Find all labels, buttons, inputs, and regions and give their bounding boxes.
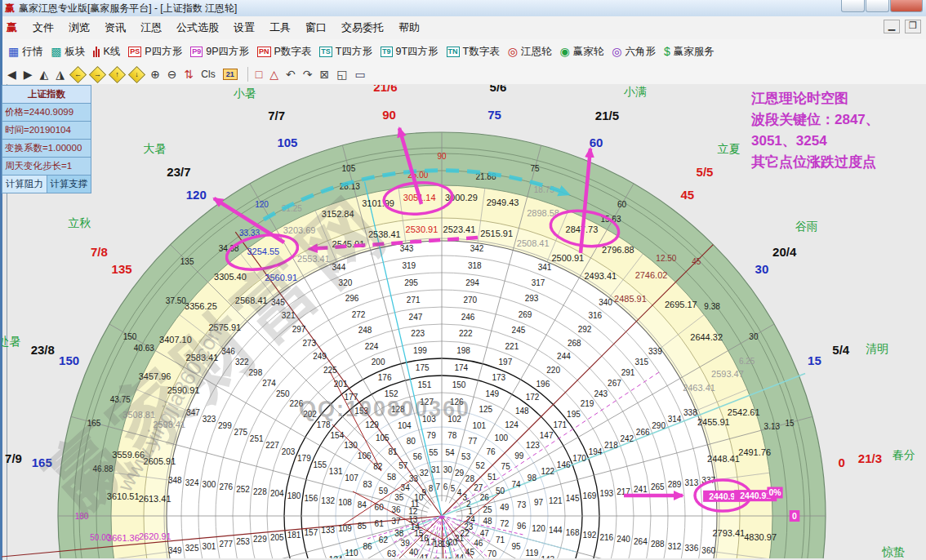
kline-icon [93, 46, 100, 57]
menu-item-5[interactable]: 设置 [226, 19, 262, 36]
menu-item-6[interactable]: 工具 [262, 19, 298, 36]
annotation-line-3: 其它点位涨跌过度点 [751, 152, 879, 173]
gann-annotation-text: 江恩理论时空图波段关键位：2847、3051、3254其它点位涨跌过度点 [751, 88, 879, 173]
service-button-label: 赢家服务 [674, 45, 715, 59]
menu-item-8[interactable]: 交易委托 [334, 19, 391, 36]
mdi-button-1[interactable]: ❒ [905, 20, 921, 33]
application-window: 赢 赢家江恩专业版[赢家服务平台] - [上证指数 江恩轮] 赢 文件浏览资讯江… [0, 0, 926, 560]
sector-button[interactable]: ▩板块 [51, 45, 85, 59]
info-row-2: 变换系数=1.00000 [2, 140, 91, 158]
window-title: 赢家江恩专业版[赢家服务平台] - [上证指数 江恩轮] [19, 2, 237, 16]
p-table-button-icon: PN [257, 47, 271, 57]
t-square-button-icon: TS [319, 47, 332, 57]
winner-wheel-button[interactable]: ◉赢家轮 [559, 45, 603, 59]
pan-down-button[interactable]: ↓ [128, 66, 145, 83]
t-table-button[interactable]: TNT数字表 [447, 45, 500, 59]
rect-tool-button[interactable]: □ [256, 67, 262, 82]
p-table-button-label: P数字表 [274, 45, 312, 59]
index-info-panel: 上证指数 价格=2440.9099时间=20190104变换系数=1.00000… [2, 85, 91, 193]
sector-button-icon: ▩ [51, 46, 61, 57]
t-table-button-label: T数字表 [463, 45, 500, 59]
menu-item-2[interactable]: 资讯 [97, 19, 133, 36]
p-square-button-icon: PS [128, 47, 141, 57]
maximize-button[interactable] [866, 0, 889, 12]
sector-button-label: 板块 [65, 45, 85, 59]
calendar-button[interactable]: 21 [223, 69, 238, 80]
cls-button[interactable]: Cls [201, 67, 215, 82]
separator [247, 67, 248, 82]
mdi-button-0[interactable]: ▁ [884, 20, 900, 33]
drawing-toolbar: ◀▶◭◮←→↑↓⊕⊖⇅Cls21□△↶↷⊠◱▭ [0, 64, 926, 85]
pan-left-button[interactable]: ← [69, 66, 87, 83]
menu-item-0[interactable]: 文件 [25, 19, 61, 36]
triangle-tool-button[interactable]: △ [269, 67, 278, 82]
pan-right-button[interactable]: → [89, 66, 106, 83]
quote-button[interactable]: ▦行情 [8, 45, 42, 59]
hexagon-button-label: 六角形 [625, 45, 656, 59]
info-row-0: 价格=2440.9099 [2, 104, 91, 122]
zoom-out-button[interactable]: ⊖ [167, 67, 177, 82]
step-down-button[interactable]: ◮ [56, 67, 65, 82]
menu-item-1[interactable]: 浏览 [61, 19, 97, 36]
rotate-ccw-button[interactable]: ↶ [286, 67, 296, 82]
index-name: 上证指数 [2, 85, 91, 104]
9t-square-button-label: 9T四方形 [396, 45, 439, 59]
kline-button[interactable]: K线 [93, 45, 120, 59]
info-row-1: 时间=20190104 [2, 122, 91, 140]
window-frame-edge [0, 0, 2, 560]
menu-bar: 赢 文件浏览资讯江恩公式选股设置工具窗口交易委托帮助 [0, 16, 926, 40]
quote-button-label: 行情 [22, 45, 42, 59]
9t-square-button-icon: T9 [381, 47, 393, 57]
menu-item-3[interactable]: 江恩 [133, 19, 169, 36]
main-toolbar: ▦行情▩板块K线PSP四方形P99P四方形PNP数字表TST四方形T99T四方形… [0, 39, 926, 64]
annotation-line-0: 江恩理论时空图 [751, 88, 879, 109]
p-table-button[interactable]: PNP数字表 [257, 45, 311, 59]
service-button-icon: $ [664, 46, 670, 57]
rotate-cw-button[interactable]: ↷ [303, 67, 313, 82]
annotation-line-1: 波段关键位：2847、 [751, 109, 879, 131]
back-arrow-button[interactable]: ◀ [7, 67, 16, 82]
zoom-in-button[interactable]: ⊕ [150, 67, 160, 82]
menu-item-9[interactable]: 帮助 [391, 19, 427, 36]
menu-item-4[interactable]: 公式选股 [169, 19, 226, 36]
calc-resistance-button[interactable]: 计算阻力 [2, 176, 47, 193]
close-button[interactable] [890, 0, 923, 12]
hexagon-button[interactable]: ◎六角形 [612, 45, 656, 59]
forward-arrow-button[interactable]: ▶ [24, 67, 33, 82]
winner-wheel-button-label: 赢家轮 [573, 45, 604, 59]
pan-up-button[interactable]: ↑ [109, 66, 126, 83]
hexagon-button-icon: ◎ [612, 46, 621, 57]
gann-wheel-button-icon: ◎ [508, 46, 518, 57]
service-button[interactable]: $赢家服务 [664, 45, 715, 59]
menu-item-7[interactable]: 窗口 [298, 19, 334, 36]
info-row-3: 周天变化步长=1 [2, 158, 91, 176]
step-up-button[interactable]: ◭ [40, 67, 49, 82]
screen-tool-button[interactable]: ▭ [354, 67, 365, 82]
calc-support-button[interactable]: 计算支撑 [47, 176, 92, 193]
9p-square-button[interactable]: P99P四方形 [190, 45, 249, 59]
menu-logo-icon: 赢 [7, 20, 17, 35]
9p-square-button-icon: P9 [190, 47, 203, 57]
kline-button-label: K线 [103, 45, 120, 59]
winner-wheel-button-icon: ◉ [559, 46, 569, 57]
updown-marker-button[interactable]: ⇅ [185, 67, 194, 82]
minimize-button[interactable] [841, 0, 865, 12]
gann-wheel-button-label: 江恩轮 [521, 45, 552, 59]
quote-button-icon: ▦ [8, 46, 19, 57]
app-logo-icon: 赢 [5, 2, 15, 16]
gann-wheel-button[interactable]: ◎江恩轮 [508, 45, 552, 59]
delete-box-button[interactable]: ⊠ [319, 67, 329, 82]
fit-tool-button[interactable]: ◱ [336, 67, 347, 82]
9t-square-button[interactable]: T99T四方形 [381, 45, 439, 59]
title-bar[interactable]: 赢 赢家江恩专业版[赢家服务平台] - [上证指数 江恩轮] [0, 0, 926, 17]
t-square-button-label: T四方形 [336, 45, 372, 59]
p-square-button[interactable]: PSP四方形 [128, 45, 182, 59]
9p-square-button-label: 9P四方形 [206, 45, 249, 59]
t-table-button-icon: TN [447, 47, 460, 57]
annotation-line-2: 3051、3254 [751, 131, 879, 152]
p-square-button-label: P四方形 [145, 45, 182, 59]
t-square-button[interactable]: TST四方形 [319, 45, 372, 59]
